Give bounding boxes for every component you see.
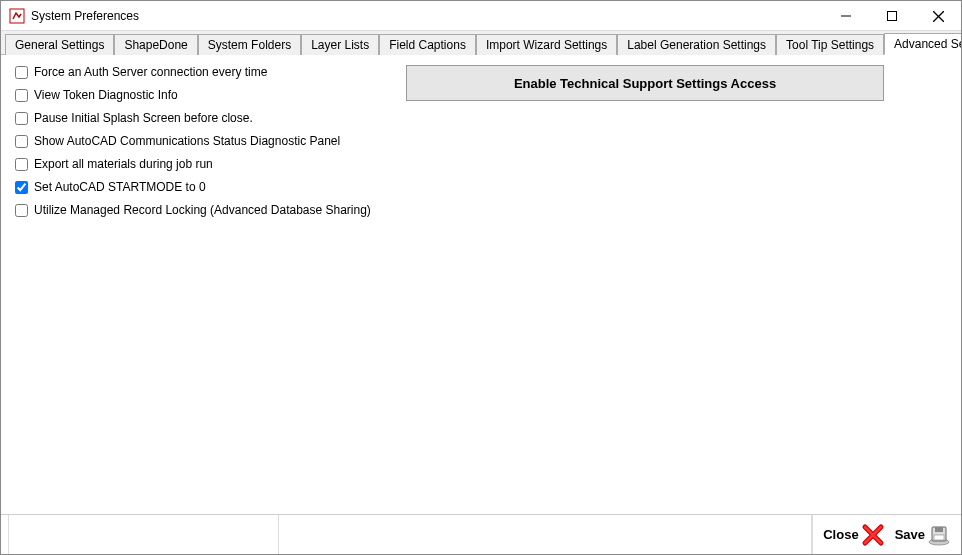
close-button[interactable]: Close — [819, 521, 888, 549]
window-close-button[interactable] — [915, 1, 961, 31]
svg-rect-8 — [934, 535, 944, 540]
checkbox-startmode[interactable] — [15, 181, 28, 194]
tab-general-settings[interactable]: General Settings — [5, 34, 114, 55]
advanced-settings-checklist: Force an Auth Server connection every ti… — [15, 65, 385, 217]
save-label: Save — [895, 527, 925, 542]
checkbox-export-materials[interactable] — [15, 158, 28, 171]
tab-system-folders[interactable]: System Folders — [198, 34, 301, 55]
tab-advanced-settings[interactable]: Advanced Settings — [884, 33, 962, 55]
enable-tech-support-button[interactable]: Enable Technical Support Settings Access — [406, 65, 884, 101]
status-bar — [1, 515, 813, 554]
svg-rect-0 — [10, 9, 24, 23]
check-export-materials[interactable]: Export all materials during job run — [15, 157, 385, 171]
check-label: Set AutoCAD STARTMODE to 0 — [34, 180, 206, 194]
save-disk-icon — [927, 523, 951, 547]
footer: Close Save — [1, 514, 961, 554]
svg-rect-7 — [935, 527, 943, 532]
tab-label-generation-settings[interactable]: Label Generation Settings — [617, 34, 776, 55]
window-controls — [823, 1, 961, 30]
titlebar: System Preferences — [1, 1, 961, 31]
minimize-button[interactable] — [823, 1, 869, 31]
status-cell — [9, 515, 279, 554]
window-title: System Preferences — [31, 9, 823, 23]
checkbox-managed-lock[interactable] — [15, 204, 28, 217]
check-autocad-comm[interactable]: Show AutoCAD Communications Status Diagn… — [15, 134, 385, 148]
status-cell — [1, 515, 9, 554]
check-view-token[interactable]: View Token Diagnostic Info — [15, 88, 385, 102]
tab-layer-lists[interactable]: Layer Lists — [301, 34, 379, 55]
status-cell — [279, 515, 812, 554]
check-label: Pause Initial Splash Screen before close… — [34, 111, 253, 125]
check-label: Utilize Managed Record Locking (Advanced… — [34, 203, 371, 217]
svg-rect-2 — [888, 12, 897, 21]
checkbox-force-auth[interactable] — [15, 66, 28, 79]
check-managed-lock[interactable]: Utilize Managed Record Locking (Advanced… — [15, 203, 385, 217]
close-label: Close — [823, 527, 858, 542]
tab-import-wizard-settings[interactable]: Import Wizard Settings — [476, 34, 617, 55]
tabstrip: General Settings ShapeDone System Folder… — [1, 31, 961, 55]
check-label: Export all materials during job run — [34, 157, 213, 171]
check-label: Show AutoCAD Communications Status Diagn… — [34, 134, 340, 148]
check-pause-splash[interactable]: Pause Initial Splash Screen before close… — [15, 111, 385, 125]
checkbox-autocad-comm[interactable] — [15, 135, 28, 148]
check-force-auth[interactable]: Force an Auth Server connection every ti… — [15, 65, 385, 79]
check-startmode[interactable]: Set AutoCAD STARTMODE to 0 — [15, 180, 385, 194]
check-label: Force an Auth Server connection every ti… — [34, 65, 267, 79]
footer-actions: Close Save — [813, 521, 961, 549]
check-label: View Token Diagnostic Info — [34, 88, 178, 102]
tab-tool-tip-settings[interactable]: Tool Tip Settings — [776, 34, 884, 55]
tab-content: Force an Auth Server connection every ti… — [1, 55, 961, 514]
enable-tech-support-label: Enable Technical Support Settings Access — [514, 76, 776, 91]
maximize-button[interactable] — [869, 1, 915, 31]
app-icon — [9, 8, 25, 24]
save-button[interactable]: Save — [891, 521, 955, 549]
checkbox-pause-splash[interactable] — [15, 112, 28, 125]
tab-field-captions[interactable]: Field Captions — [379, 34, 476, 55]
checkbox-view-token[interactable] — [15, 89, 28, 102]
tab-shapedone[interactable]: ShapeDone — [114, 34, 197, 55]
close-icon — [861, 523, 885, 547]
